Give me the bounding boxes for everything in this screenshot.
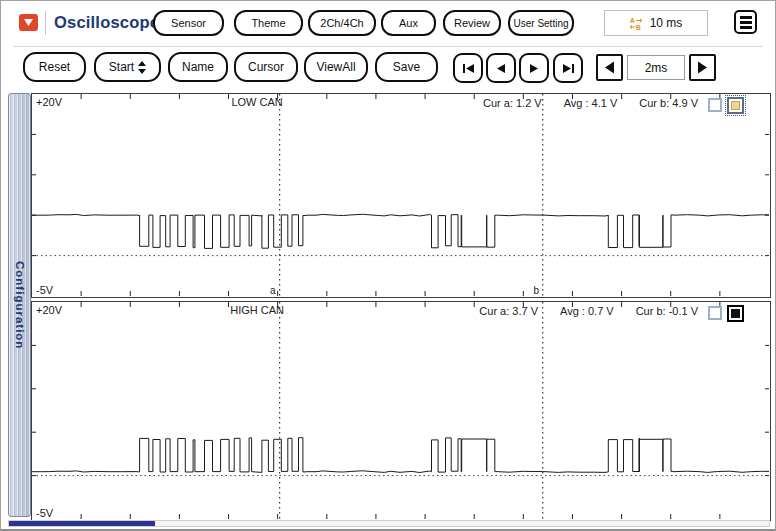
configuration-tab-label: Configuration	[14, 261, 26, 349]
scope-panel-high-can: +20V HIGH CAN Cur a: 3.7 V Avg : 0.7 V C…	[31, 301, 771, 521]
cursor-b-readout: Cur b: -0.1 V	[636, 305, 698, 317]
caret-down-icon	[24, 19, 33, 26]
start-button[interactable]: Start	[94, 52, 161, 82]
channel-mode-button[interactable]: 2Ch/4Ch	[308, 10, 376, 36]
avg-readout: Avg : 4.1 V	[564, 97, 618, 109]
v-bottom-label: -5V	[36, 284, 53, 296]
waveform-low-can	[32, 94, 769, 296]
cursor-b-label[interactable]: b	[533, 285, 539, 296]
swatch-color	[731, 309, 740, 318]
reset-button[interactable]: Reset	[23, 52, 86, 82]
spinner-updown-icon	[138, 61, 146, 74]
name-button[interactable]: Name	[168, 52, 228, 82]
timebase-decrease-button[interactable]	[596, 54, 623, 81]
toolbar-divider	[13, 46, 763, 47]
channel-checkbox[interactable]	[708, 98, 722, 112]
play-button[interactable]	[519, 53, 549, 83]
aux-button[interactable]: Aux	[381, 10, 436, 36]
oscilloscope-window: Oscilloscope Sensor Theme 2Ch/4Ch Aux Re…	[0, 0, 776, 531]
waveform-high-can	[32, 302, 769, 519]
scope-panel-low-can: +20V LOW CAN Cur a: 1.2 V Avg : 4.1 V Cu…	[31, 93, 771, 298]
channel-color-swatch[interactable]	[727, 97, 744, 114]
horizontal-scrollbar[interactable]	[8, 520, 770, 527]
timebase-increase-button[interactable]	[689, 54, 716, 81]
hamburger-icon	[740, 16, 752, 19]
save-button[interactable]: Save	[375, 52, 438, 82]
channel-title: HIGH CAN	[230, 304, 284, 316]
channel-checkbox[interactable]	[708, 306, 722, 320]
title-separator	[45, 11, 46, 35]
cursor-a-readout: Cur a: 1.2 V	[483, 97, 542, 109]
cursor-button[interactable]: Cursor	[234, 52, 298, 82]
user-setting-button[interactable]: User Setting	[508, 10, 574, 36]
channel-title: LOW CAN	[231, 96, 282, 108]
sensor-button[interactable]: Sensor	[153, 10, 224, 36]
ab-time-cursor-icon: A B	[630, 17, 643, 30]
configuration-tab[interactable]: Configuration	[8, 93, 31, 517]
theme-button[interactable]: Theme	[234, 10, 303, 36]
start-button-label: Start	[109, 60, 134, 74]
v-bottom-label: -5V	[36, 507, 53, 519]
cursor-b-readout: Cur b: 4.9 V	[639, 97, 698, 109]
svg-text:B: B	[636, 23, 641, 30]
play-icon	[529, 63, 539, 74]
skip-to-start-button[interactable]	[453, 53, 483, 83]
triangle-right-icon	[697, 61, 708, 74]
skip-to-end-button[interactable]	[553, 53, 583, 83]
acquisition-time-display[interactable]: A B 10 ms	[604, 10, 708, 36]
scrollbar-thumb[interactable]	[9, 521, 155, 526]
v-top-label: +20V	[36, 96, 62, 108]
swatch-color	[731, 101, 740, 110]
skip-to-start-icon	[462, 63, 475, 74]
acquisition-time-value: 10 ms	[650, 16, 683, 30]
avg-readout: Avg : 0.7 V	[560, 305, 614, 317]
review-button[interactable]: Review	[443, 10, 501, 36]
step-back-icon	[496, 63, 506, 74]
main-menu-button[interactable]	[734, 10, 757, 34]
v-top-label: +20V	[36, 304, 62, 316]
skip-to-end-icon	[562, 63, 575, 74]
triangle-left-icon	[604, 61, 615, 74]
channel-color-swatch[interactable]	[727, 305, 744, 322]
app-menu-button[interactable]	[19, 14, 38, 31]
cursor-a-readout: Cur a: 3.7 V	[479, 305, 538, 317]
timebase-field[interactable]: 2ms	[627, 55, 685, 80]
app-title: Oscilloscope	[54, 13, 159, 32]
cursor-a-label[interactable]: a	[270, 285, 276, 296]
step-back-button[interactable]	[486, 53, 516, 83]
viewall-button[interactable]: ViewAll	[304, 52, 368, 82]
svg-text:A: A	[630, 17, 635, 24]
